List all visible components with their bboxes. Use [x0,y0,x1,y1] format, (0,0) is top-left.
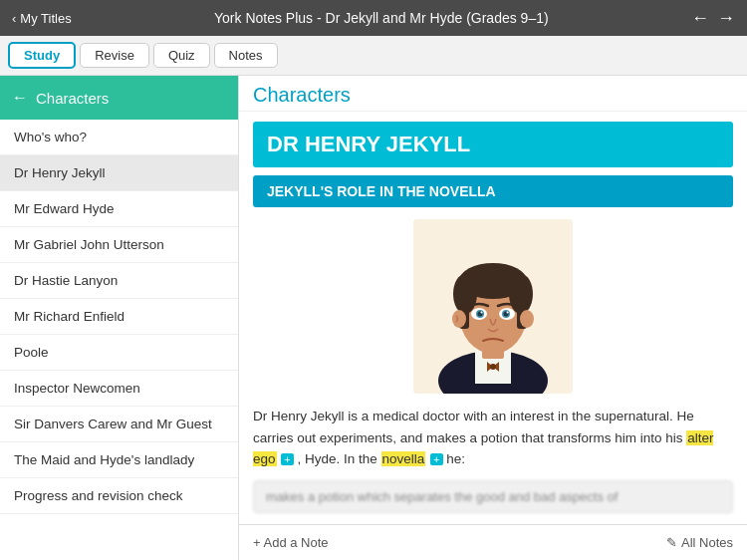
nav-back-arrow[interactable]: ← [691,8,709,29]
alter-ego-info-icon[interactable]: + [281,453,293,465]
blurred-content-box: makes a potion which separates the good … [253,480,733,513]
add-note-label[interactable]: + Add a Note [253,535,329,550]
all-notes-button[interactable]: ✎ All Notes [666,535,733,550]
tab-quiz[interactable]: Quiz [153,43,210,68]
sidebar-item-maid-hyde-landlady[interactable]: The Maid and Hyde's landlady [0,442,238,478]
tab-bar: Study Revise Quiz Notes [0,36,747,76]
sidebar-item-dr-hastie-lanyon[interactable]: Dr Hastie Lanyon [0,263,238,299]
svg-point-5 [490,364,496,370]
description-text: Dr Henry Jekyll is a medical doctor with… [253,406,733,470]
add-note-button[interactable]: + Add a Note [253,535,329,550]
sidebar-item-progress-revision[interactable]: Progress and revision check [0,478,238,514]
sidebar-item-mr-edward-hyde[interactable]: Mr Edward Hyde [0,191,238,227]
content-header: Characters [239,76,747,112]
all-notes-label[interactable]: All Notes [681,535,733,550]
svg-point-20 [507,312,509,314]
svg-point-21 [452,310,466,328]
content-area: Characters DR HENRY JEKYLL JEKYLL'S ROLE… [239,76,747,560]
character-name-banner: DR HENRY JEKYLL [253,122,733,167]
tab-study[interactable]: Study [8,42,76,69]
character-image-area [253,219,733,394]
top-bar: ‹ My Titles York Notes Plus - Dr Jekyll … [0,0,747,36]
back-label[interactable]: My Titles [20,11,71,26]
nav-arrows: ← → [691,8,735,29]
sidebar-item-poole[interactable]: Poole [0,335,238,371]
character-portrait [413,219,573,394]
sidebar-item-sir-danvers-carew[interactable]: Sir Danvers Carew and Mr Guest [0,407,238,442]
novella-info-icon[interactable]: + [430,453,442,465]
content-footer: + Add a Note ✎ All Notes [239,524,747,560]
sidebar-item-whos-who[interactable]: Who's who? [0,120,238,155]
sidebar: ← Characters Who's who? Dr Henry Jekyll … [0,76,239,560]
edit-icon: ✎ [666,535,677,550]
nav-forward-arrow[interactable]: → [717,8,735,29]
svg-point-16 [481,312,483,314]
sidebar-item-mr-gabriel-utterson[interactable]: Mr Gabriel John Utterson [0,227,238,263]
svg-point-22 [520,310,534,328]
sidebar-header-label: Characters [36,90,109,107]
novella-highlight[interactable]: novella [381,451,426,466]
sidebar-item-mr-richard-enfield[interactable]: Mr Richard Enfield [0,299,238,335]
sidebar-list: Who's who? Dr Henry Jekyll Mr Edward Hyd… [0,120,238,560]
content-body: DR HENRY JEKYLL JEKYLL'S ROLE IN THE NOV… [239,112,747,524]
sidebar-back-icon[interactable]: ← [12,89,28,107]
tab-notes[interactable]: Notes [214,43,278,68]
page-title: York Notes Plus - Dr Jekyll and Mr Hyde … [214,10,549,26]
main-layout: ← Characters Who's who? Dr Henry Jekyll … [0,76,747,560]
sidebar-item-inspector-newcomen[interactable]: Inspector Newcomen [0,371,238,407]
tab-revise[interactable]: Revise [80,43,149,68]
sidebar-header[interactable]: ← Characters [0,76,238,120]
chevron-left-icon: ‹ [12,11,16,26]
sidebar-item-dr-henry-jekyll[interactable]: Dr Henry Jekyll [0,155,238,191]
back-button[interactable]: ‹ My Titles [12,11,72,26]
content-title: Characters [253,84,733,107]
section-banner: JEKYLL'S ROLE IN THE NOVELLA [253,175,733,207]
